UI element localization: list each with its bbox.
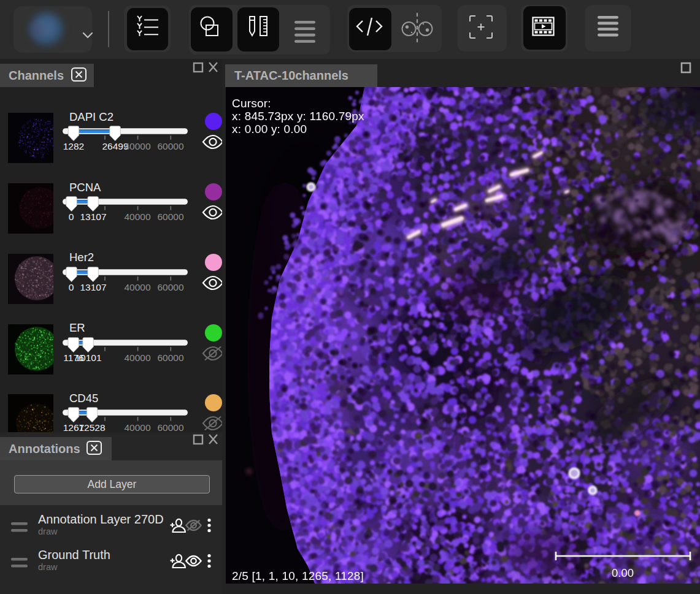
svg-text:0.00: 0.00 [612,566,634,579]
